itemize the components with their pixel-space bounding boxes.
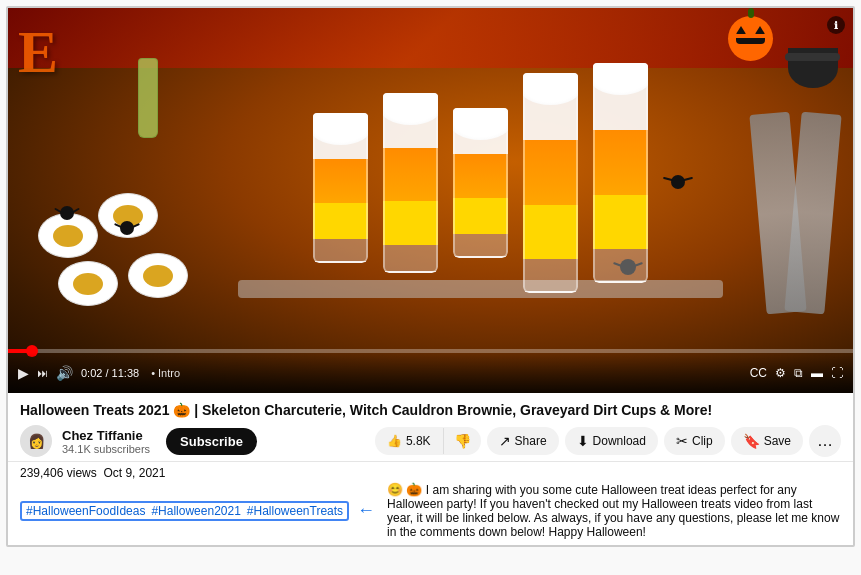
like-count: 5.8K xyxy=(406,434,431,448)
hashtag-2[interactable]: #Halloween2021 xyxy=(151,504,240,518)
view-count: 239,406 views xyxy=(20,466,97,480)
hashtag-3[interactable]: #HalloweenTreats xyxy=(247,504,343,518)
video-title: Halloween Treats 2021 🎃 | Skeleton Charc… xyxy=(20,401,841,419)
emoji-1: 😊 xyxy=(387,482,403,497)
publish-date: Oct 9, 2021 xyxy=(103,466,165,480)
video-thumbnail: E xyxy=(8,8,853,393)
channel-name[interactable]: Chez Tiffanie xyxy=(62,428,150,443)
volume-button[interactable]: 🔊 xyxy=(56,365,73,381)
miniplayer-button[interactable]: ⧉ xyxy=(794,366,803,380)
captions-button[interactable]: CC xyxy=(750,366,767,380)
download-button[interactable]: ⬇ Download xyxy=(565,427,658,455)
dislike-button[interactable]: 👎 xyxy=(444,427,481,455)
like-button[interactable]: 👍 5.8K xyxy=(375,428,444,454)
save-icon: 🔖 xyxy=(743,433,760,449)
current-time: 0:02 xyxy=(81,367,102,379)
download-icon: ⬇ xyxy=(577,433,589,449)
hashtag-box: #HalloweenFoodIdeas #Halloween2021 #Hall… xyxy=(20,501,349,521)
video-info-section: Halloween Treats 2021 🎃 | Skeleton Charc… xyxy=(8,393,853,461)
egg-3 xyxy=(58,261,118,306)
thumbs-down-icon: 👎 xyxy=(454,433,471,449)
cup-back-right xyxy=(453,108,508,258)
video-player[interactable]: E ℹ ▶ ⏭ 🔊 0:02 / 11:38 • Intro CC ⚙ ⧉ ▬ … xyxy=(8,8,853,393)
pumpkin xyxy=(728,16,773,61)
controls-bar: ▶ ⏭ 🔊 0:02 / 11:38 • Intro CC ⚙ ⧉ ▬ ⛶ xyxy=(8,353,853,393)
thumbs-up-icon: 👍 xyxy=(387,434,402,448)
cup-back-left xyxy=(313,113,368,263)
description-text-content: I am sharing with you some cute Hallowee… xyxy=(387,483,839,539)
skip-button[interactable]: ⏭ xyxy=(37,367,48,379)
cauldron xyxy=(788,38,843,88)
description-preview: 😊 🎃 I am sharing with you some cute Hall… xyxy=(387,482,841,539)
share-button[interactable]: ↗ Share xyxy=(487,427,559,455)
fullscreen-button[interactable]: ⛶ xyxy=(831,366,843,380)
theater-button[interactable]: ▬ xyxy=(811,366,823,380)
cup-front-left xyxy=(523,73,578,293)
spider-2 xyxy=(113,218,141,238)
video-actions: 👍 5.8K 👎 ↗ Share ⬇ Download ✂ Clip xyxy=(375,425,841,457)
clip-icon: ✂ xyxy=(676,433,688,449)
like-dislike-group: 👍 5.8K 👎 xyxy=(375,427,481,455)
channel-subscribers: 34.1K subscribers xyxy=(62,443,150,455)
more-options-button[interactable]: … xyxy=(809,425,841,457)
cup-front-right xyxy=(593,63,648,283)
subscribe-button[interactable]: Subscribe xyxy=(166,428,257,455)
spider-4 xyxy=(663,171,693,193)
total-time: 11:38 xyxy=(112,367,140,379)
egg-4 xyxy=(128,253,188,298)
arrow-indicator: ← xyxy=(357,500,375,521)
tray xyxy=(238,280,723,298)
clip-button[interactable]: ✂ Clip xyxy=(664,427,725,455)
channel-action-row: 👩 Chez Tiffanie 34.1K subscribers Subscr… xyxy=(20,425,841,457)
deviled-eggs-area xyxy=(28,113,228,313)
channel-info-group: 👩 Chez Tiffanie 34.1K subscribers Subscr… xyxy=(20,425,257,457)
channel-details: Chez Tiffanie 34.1K subscribers xyxy=(62,428,150,455)
hashtag-1[interactable]: #HalloweenFoodIdeas xyxy=(26,504,145,518)
time-display: 0:02 / 11:38 xyxy=(81,367,139,379)
video-info-icon[interactable]: ℹ xyxy=(827,16,845,34)
share-icon: ↗ xyxy=(499,433,511,449)
chapter-label: • Intro xyxy=(151,367,180,379)
potion-bottle xyxy=(138,58,158,138)
candy-corn-cups xyxy=(208,18,753,293)
view-date-row: 239,406 views Oct 9, 2021 xyxy=(20,466,841,480)
spider-1 xyxy=(53,203,81,223)
description-section: 239,406 views Oct 9, 2021 #HalloweenFood… xyxy=(8,461,853,545)
letter-decoration: E xyxy=(18,18,58,87)
cup-back-mid xyxy=(383,93,438,273)
emoji-2: 🎃 xyxy=(406,482,422,497)
page-frame: E ℹ ▶ ⏭ 🔊 0:02 / 11:38 • Intro CC ⚙ ⧉ ▬ … xyxy=(6,6,855,547)
settings-button[interactable]: ⚙ xyxy=(775,366,786,380)
channel-avatar[interactable]: 👩 xyxy=(20,425,52,457)
play-button[interactable]: ▶ xyxy=(18,365,29,381)
hashtags-description-row: #HalloweenFoodIdeas #Halloween2021 #Hall… xyxy=(20,482,841,539)
save-button[interactable]: 🔖 Save xyxy=(731,427,803,455)
